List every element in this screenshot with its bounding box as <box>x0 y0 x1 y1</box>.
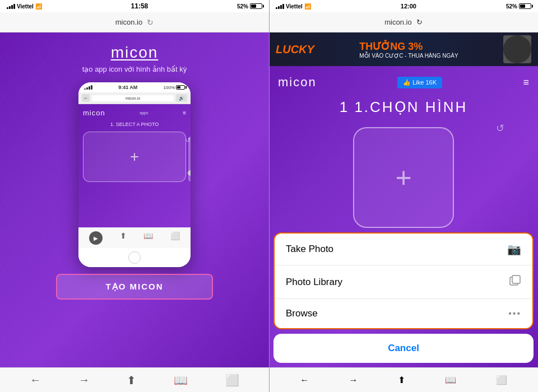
left-carrier-name: Viettel <box>17 3 34 10</box>
action-sheet-content: Take Photo 📷 Photo Library <box>269 232 538 367</box>
right-content-area: LUCKY THƯỞNG 3% MỖI VÀO CƯỢC - THUA HÀNG… <box>269 32 538 367</box>
ip-home-bar <box>78 248 191 267</box>
ip-signal-bars <box>84 85 92 90</box>
right-url-text: micon.io <box>384 18 411 26</box>
left-bottom-bar: ← → ⬆ 📖 ⬜ <box>0 367 269 392</box>
svg-rect-1 <box>512 276 520 283</box>
take-photo-label: Take Photo <box>286 244 333 255</box>
ip-book-icon[interactable]: 📖 <box>143 231 153 245</box>
left-battery: 52% <box>237 3 262 10</box>
ip-battery-fill <box>177 86 180 88</box>
left-back-icon[interactable]: ← <box>30 374 41 386</box>
left-battery-icon <box>250 3 262 9</box>
banner-ad: LUCKY THƯỞNG 3% MỖI VÀO CƯỢC - THUA HÀNG… <box>269 32 538 66</box>
lucky-logo: LUCKY <box>276 43 314 56</box>
action-sheet-menu: Take Photo 📷 Photo Library <box>273 232 534 329</box>
right-url-bar[interactable]: micon.io ↻ <box>269 12 538 32</box>
right-reload-icon[interactable]: ↻ <box>416 18 423 26</box>
ip-slider[interactable] <box>188 137 191 181</box>
ip-step-label: 1. SELECT A PHOTO <box>83 122 186 127</box>
ip-apps-label: apps <box>140 111 148 115</box>
right-reset-btn[interactable]: ↺ <box>496 122 504 134</box>
right-share-icon[interactable]: ⬆ <box>398 375 405 385</box>
ip-photo-box[interactable]: + <box>83 132 186 182</box>
ip-slider-thumb <box>188 170 191 176</box>
right-bookmark-icon[interactable]: 📖 <box>445 375 456 385</box>
photo-library-icon <box>509 274 521 290</box>
browse-label: Browse <box>286 308 318 319</box>
ip-browser-bar: ← micon.io 🔊 <box>78 92 191 104</box>
left-phone: Viettel 📶 11:58 52% micon.io ↻ micon tạo… <box>0 0 269 392</box>
right-back-icon[interactable]: ← <box>300 375 309 385</box>
ip-back-btn[interactable]: ← <box>82 94 90 102</box>
camera-icon: 📷 <box>507 242 521 256</box>
right-hamburger-icon[interactable]: ≡ <box>523 77 529 88</box>
ip-play-btn[interactable]: ▶ <box>89 231 103 245</box>
right-tabs-icon[interactable]: ⬜ <box>496 375 507 385</box>
browse-icon: ••• <box>508 309 521 319</box>
step-number: 1 <box>340 99 349 115</box>
left-reload-icon[interactable]: ↻ <box>147 18 154 27</box>
ip-battery: 100% <box>164 85 185 90</box>
banner-sub-text: MỖI VÀO CƯỢC - THUA HÀNG NGÀY <box>359 53 458 59</box>
right-photo-area[interactable]: + <box>353 127 454 228</box>
step-text: 1.CHỌN HÌNH <box>354 99 467 115</box>
left-bookmark-icon[interactable]: 📖 <box>174 374 188 387</box>
ip-photo-row: + ↺ <box>83 132 186 186</box>
right-time: 12:00 <box>401 3 416 10</box>
right-battery-pct: 52% <box>506 3 517 10</box>
tao-micon-button[interactable]: TẠO MICON <box>56 274 213 300</box>
ip-url[interactable]: micon.io <box>92 95 174 101</box>
right-micon-logo: micon <box>278 75 317 90</box>
ip-logo: micon <box>83 109 105 117</box>
thuong-text: THƯỞNG 3% <box>359 40 423 53</box>
ip-share-icon[interactable]: ⬆ <box>120 231 127 245</box>
phones-divider <box>269 0 270 392</box>
ip-home-button[interactable] <box>128 251 141 264</box>
photo-library-label: Photo Library <box>286 277 342 288</box>
left-tagline: tạo app icon với hình ảnh bất kỳ <box>82 65 187 73</box>
left-share-icon[interactable]: ⬆ <box>127 374 136 387</box>
ip-plus-icon: + <box>130 148 139 166</box>
right-carrier-name: Viettel <box>286 3 303 10</box>
left-micon-logo: micon <box>111 44 159 62</box>
ip-status-bar: 9:41 AM 100% <box>78 82 191 92</box>
right-battery: 52% <box>506 3 531 10</box>
left-battery-fill <box>251 4 256 8</box>
action-sheet-photo-library[interactable]: Photo Library <box>275 265 532 299</box>
left-battery-pct: 52% <box>237 3 248 10</box>
right-signal-bars <box>276 4 284 9</box>
action-sheet-take-photo[interactable]: Take Photo 📷 <box>275 234 532 265</box>
left-tabs-icon[interactable]: ⬜ <box>225 374 239 387</box>
action-sheet: Take Photo 📷 Photo Library <box>269 232 538 367</box>
right-battery-icon <box>519 3 531 9</box>
left-signal-bars <box>7 4 15 9</box>
tao-btn-container: TẠO MICON <box>11 274 258 300</box>
right-forward-icon[interactable]: → <box>349 375 358 385</box>
right-status-bar: Viettel 📶 12:00 52% <box>269 0 538 12</box>
right-step-title: 1 1.CHỌN HÌNH <box>340 99 467 116</box>
left-wifi-icon: 📶 <box>35 3 42 10</box>
left-content-area: micon tạo app icon với hình ảnh bất kỳ 9… <box>0 32 269 367</box>
ip-content: micon apps ≡ 1. SELECT A PHOTO + ↺ <box>78 104 191 227</box>
left-forward-icon[interactable]: → <box>78 374 90 386</box>
right-phone: Viettel 📶 12:00 52% micon.io ↻ LUCKY THƯ… <box>269 0 538 392</box>
right-carrier-signal: Viettel 📶 <box>276 3 311 10</box>
ip-tabs-icon[interactable]: ⬜ <box>170 231 180 245</box>
right-top-bar: micon 👍 Like 16K ≡ <box>278 75 529 90</box>
action-sheet-cancel[interactable]: Cancel <box>273 334 534 363</box>
ip-header: micon apps ≡ <box>83 109 186 117</box>
left-time: 11:58 <box>131 2 149 10</box>
action-sheet-browse[interactable]: Browse ••• <box>275 299 532 328</box>
right-plus-icon: + <box>395 161 411 194</box>
left-url-text: micon.io <box>115 18 142 26</box>
right-battery-fill <box>520 4 525 8</box>
inner-phone-mockup: 9:41 AM 100% ← micon.io 🔊 micon a <box>78 82 191 267</box>
banner-player-image <box>503 35 531 63</box>
left-url-bar[interactable]: micon.io ↻ <box>0 12 269 32</box>
ip-time: 9:41 AM <box>118 85 137 90</box>
banner-text: THƯỞNG 3% MỖI VÀO CƯỢC - THUA HÀNG NGÀY <box>359 40 458 59</box>
right-like-button[interactable]: 👍 Like 16K <box>397 77 442 88</box>
ip-sound-btn[interactable]: 🔊 <box>176 94 187 102</box>
ip-battery-icon <box>176 85 185 90</box>
